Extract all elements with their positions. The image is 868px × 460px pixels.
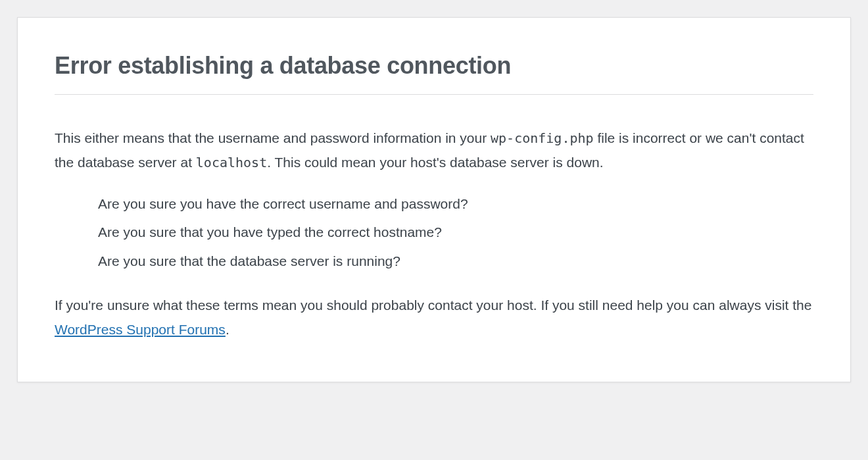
error-card: Error establishing a database connection… — [17, 17, 851, 382]
footer-text-1: If you're unsure what these terms mean y… — [55, 297, 811, 313]
error-footer-paragraph: If you're unsure what these terms mean y… — [55, 294, 813, 342]
error-heading: Error establishing a database connection — [55, 52, 813, 95]
error-intro-paragraph: This either means that the username and … — [55, 126, 813, 175]
footer-text-2: . — [226, 322, 229, 337]
checklist-item: Are you sure that the database server is… — [98, 251, 813, 272]
db-host-code: localhost — [196, 155, 267, 170]
intro-text-1: This either means that the username and … — [55, 130, 491, 145]
checklist-item: Are you sure you have the correct userna… — [98, 193, 813, 215]
checklist-item: Are you sure that you have typed the cor… — [98, 222, 813, 243]
error-checklist: Are you sure you have the correct userna… — [98, 193, 813, 272]
config-file-code: wp-config.php — [491, 130, 594, 146]
intro-text-3: . This could mean your host's database s… — [267, 155, 603, 170]
support-forums-link[interactable]: WordPress Support Forums — [55, 322, 226, 337]
